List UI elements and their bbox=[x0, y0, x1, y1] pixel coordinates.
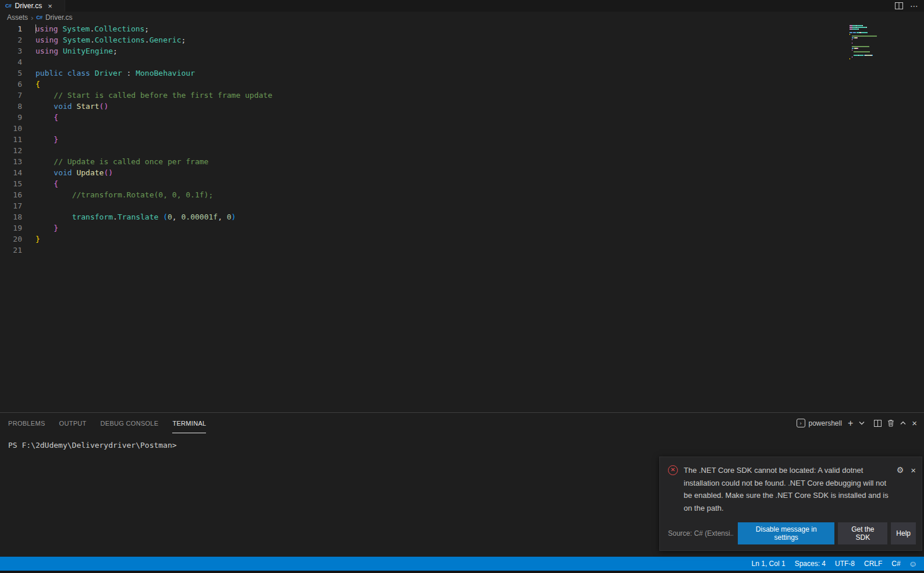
code-line[interactable]: // Start is called before the first fram… bbox=[35, 90, 924, 101]
window-bottom-edge bbox=[0, 571, 924, 573]
status-item[interactable]: UTF-8 bbox=[835, 560, 855, 568]
status-items: Ln 1, Col 1Spaces: 4UTF-8CRLFC# bbox=[752, 560, 909, 568]
gutter: 123456789101112131415161718192021 bbox=[0, 23, 22, 412]
status-item[interactable]: C# bbox=[891, 560, 900, 568]
breadcrumb-item-assets[interactable]: Assets bbox=[7, 13, 28, 22]
code-editor[interactable]: 123456789101112131415161718192021 using … bbox=[0, 23, 924, 412]
gear-icon[interactable]: ⚙ bbox=[897, 465, 904, 475]
terminal-shell-selector[interactable]: › powershell bbox=[797, 419, 842, 427]
status-bar: Ln 1, Col 1Spaces: 4UTF-8CRLFC# ☺ bbox=[0, 557, 924, 571]
line-number: 6 bbox=[0, 79, 22, 90]
code-line[interactable]: void Start() bbox=[35, 101, 924, 112]
new-terminal-icon[interactable]: + bbox=[848, 419, 853, 428]
chevron-down-icon[interactable] bbox=[859, 421, 865, 425]
line-number: 17 bbox=[0, 200, 22, 211]
feedback-smiley-icon[interactable]: ☺ bbox=[909, 559, 924, 568]
tabbar-actions: ⋯ bbox=[895, 0, 924, 12]
panel-tab-output[interactable]: OUTPUT bbox=[59, 413, 87, 433]
code-line[interactable] bbox=[35, 200, 924, 211]
line-number: 12 bbox=[0, 145, 22, 156]
line-number: 8 bbox=[0, 101, 22, 112]
breadcrumb-item-driver-cs[interactable]: Driver.cs bbox=[45, 13, 73, 22]
code-line[interactable] bbox=[35, 56, 924, 68]
split-terminal-icon[interactable] bbox=[874, 420, 882, 427]
code-lines[interactable]: using System.Collections;using System.Co… bbox=[22, 23, 924, 412]
csharp-file-icon: C# bbox=[5, 3, 12, 9]
status-item[interactable]: CRLF bbox=[864, 560, 882, 568]
line-number: 3 bbox=[0, 45, 22, 56]
code-line[interactable] bbox=[35, 145, 924, 156]
notification-toast: ✕ The .NET Core SDK cannot be located: A… bbox=[659, 457, 922, 551]
error-icon: ✕ bbox=[668, 465, 678, 475]
editor-tab-bar: C# Driver.cs × ⋯ bbox=[0, 0, 924, 12]
line-number: 15 bbox=[0, 178, 22, 189]
notification-top-icons: ⚙ × bbox=[897, 464, 916, 514]
panel-tab-debug-console[interactable]: DEBUG CONSOLE bbox=[101, 413, 159, 433]
status-item[interactable]: Spaces: 4 bbox=[795, 560, 826, 568]
code-line[interactable]: { bbox=[35, 178, 924, 189]
code-line[interactable]: } bbox=[35, 234, 924, 245]
kill-terminal-trash-icon[interactable] bbox=[887, 419, 894, 427]
status-item[interactable]: Ln 1, Col 1 bbox=[752, 560, 786, 568]
line-number: 14 bbox=[0, 167, 22, 178]
line-number: 21 bbox=[0, 245, 22, 256]
line-number: 16 bbox=[0, 189, 22, 200]
code-line[interactable] bbox=[35, 123, 924, 134]
code-line[interactable]: void Update() bbox=[35, 167, 924, 178]
minimap[interactable] bbox=[850, 25, 883, 62]
notification-source: Source: C# (Extensi... bbox=[668, 529, 733, 537]
line-number: 20 bbox=[0, 234, 22, 245]
panel-tab-terminal[interactable]: TERMINAL bbox=[172, 413, 206, 433]
notification-body: ✕ The .NET Core SDK cannot be located: A… bbox=[660, 457, 922, 519]
notification-button-help[interactable]: Help bbox=[891, 522, 916, 544]
terminal-icon: › bbox=[797, 419, 805, 427]
line-number: 2 bbox=[0, 34, 22, 45]
notification-close-icon[interactable]: × bbox=[911, 465, 916, 475]
terminal-line[interactable]: PS F:\2dUdemy\Deliverydriver\Postman> bbox=[8, 441, 924, 451]
split-editor-icon[interactable] bbox=[895, 2, 903, 9]
line-number: 7 bbox=[0, 90, 22, 101]
shell-label: powershell bbox=[809, 419, 842, 427]
notification-footer: Source: C# (Extensi... Disable message i… bbox=[660, 519, 922, 550]
code-line[interactable]: public class Driver : MonoBehaviour bbox=[35, 68, 924, 79]
code-line[interactable]: } bbox=[35, 222, 924, 234]
close-panel-icon[interactable]: × bbox=[912, 418, 917, 428]
code-line[interactable] bbox=[35, 245, 924, 256]
notification-button-disable-message-in-settings[interactable]: Disable message in settings bbox=[738, 522, 834, 544]
code-line[interactable]: } bbox=[35, 134, 924, 145]
chevron-right-icon: › bbox=[31, 13, 33, 22]
csharp-file-icon: C# bbox=[36, 15, 42, 20]
notification-message: The .NET Core SDK cannot be located: A v… bbox=[684, 464, 889, 514]
line-number: 18 bbox=[0, 211, 22, 222]
tab-close-icon[interactable]: × bbox=[48, 2, 52, 10]
code-line[interactable]: // Update is called once per frame bbox=[35, 156, 924, 167]
code-line[interactable]: { bbox=[35, 79, 924, 90]
panel-tab-problems[interactable]: PROBLEMS bbox=[8, 413, 45, 433]
maximize-panel-chevron-up-icon[interactable] bbox=[900, 421, 906, 425]
code-line[interactable]: { bbox=[35, 112, 924, 123]
code-line[interactable]: using System.Collections; bbox=[35, 23, 924, 34]
code-line[interactable]: using System.Collections.Generic; bbox=[35, 34, 924, 45]
code-line[interactable]: transform.Translate (0, 0.00001f, 0) bbox=[35, 211, 924, 222]
line-number: 9 bbox=[0, 112, 22, 123]
notification-buttons: Disable message in settingsGet the SDKHe… bbox=[738, 522, 916, 544]
more-actions-icon[interactable]: ⋯ bbox=[910, 1, 918, 10]
minimap-content bbox=[850, 25, 883, 61]
line-number: 5 bbox=[0, 68, 22, 79]
line-number: 1 bbox=[0, 23, 22, 34]
text-cursor bbox=[35, 24, 36, 33]
line-number: 13 bbox=[0, 156, 22, 167]
breadcrumb: Assets › C# Driver.cs bbox=[0, 12, 924, 23]
tab-label: Driver.cs bbox=[15, 2, 42, 10]
panel-tabs: PROBLEMSOUTPUTDEBUG CONSOLETERMINAL bbox=[8, 413, 206, 433]
panel-header: PROBLEMSOUTPUTDEBUG CONSOLETERMINAL › po… bbox=[0, 413, 924, 433]
terminal-actions: › powershell + × bbox=[797, 418, 917, 428]
tab-driver-cs[interactable]: C# Driver.cs × bbox=[0, 0, 65, 12]
line-number: 10 bbox=[0, 123, 22, 134]
line-number: 4 bbox=[0, 56, 22, 68]
line-number: 19 bbox=[0, 222, 22, 234]
notification-button-get-the-sdk[interactable]: Get the SDK bbox=[838, 522, 887, 544]
line-number: 11 bbox=[0, 134, 22, 145]
code-line[interactable]: //transform.Rotate(0, 0, 0.1f); bbox=[35, 189, 924, 200]
code-line[interactable]: using UnityEngine; bbox=[35, 45, 924, 56]
